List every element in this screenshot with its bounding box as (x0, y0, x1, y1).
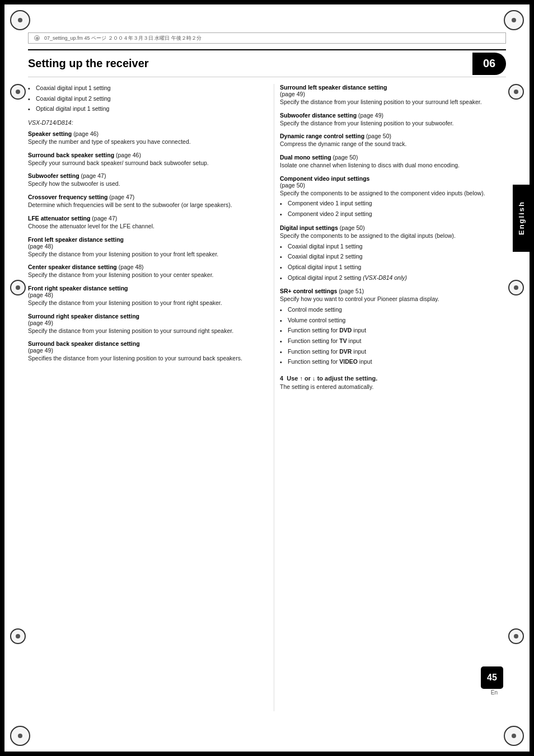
bullet-text: Optical digital input 1 setting (288, 263, 361, 272)
setting-page-ref: (page 47) (92, 215, 117, 222)
setting-desc: Choose the attenuator level for the LFE … (28, 222, 251, 231)
setting-entry-digital-input: Digital input settings (page 50) Specify… (280, 224, 503, 282)
setting-desc: Specify your surround back speaker/ surr… (28, 159, 251, 167)
corner-decoration-br (504, 726, 524, 746)
setting-title: Speaker setting (28, 130, 73, 137)
side-circle-right-3 (508, 628, 524, 644)
setting-entry-component-video: Component video input settings (page 50)… (280, 175, 503, 219)
bullet-text: Function setting for TV input (288, 337, 361, 346)
setting-desc: Specify the distance from your listening… (28, 250, 251, 259)
setting-page-ref: (page 50) (340, 224, 365, 231)
setting-desc: Determine which frequencies will be sent… (28, 201, 251, 209)
side-circle-right-1 (508, 84, 524, 100)
setting-entry-dynamic-range: Dynamic range control setting (page 50) … (280, 133, 503, 148)
list-item: • Function setting for TV input (280, 337, 503, 346)
setting-page-ref: (page 48) (28, 243, 53, 250)
vsx-label: VSX-D714/D814: (28, 119, 251, 126)
list-item: • Coaxial digital input 2 setting (280, 252, 503, 261)
bullet-icon: • (280, 263, 288, 272)
setting-entry-surround-right: Surround right speaker distance setting … (28, 313, 251, 335)
setting-desc: Specifies the distance from your listeni… (28, 354, 251, 363)
setting-page-ref: (page 49) (28, 320, 53, 326)
list-item: • Volume control setting (280, 316, 503, 325)
bullet-icon: • (28, 105, 36, 114)
setting-entry-lfe: LFE attenuator setting (page 47) Choose … (28, 215, 251, 231)
setting-page-ref: (page 49) (358, 112, 383, 119)
step-4-section: 4 Use ↑ or ↓ to adjust the setting. The … (280, 375, 503, 390)
bullet-text: Coaxial digital input 2 setting (288, 252, 363, 261)
setting-desc: Isolate one channel when listening to di… (280, 161, 503, 170)
side-circle-left-3 (10, 628, 26, 644)
list-item: • Coaxial digital input 2 setting (28, 95, 251, 104)
list-item: • Function setting for DVD input (280, 326, 503, 335)
list-item: • Optical digital input 1 setting (280, 263, 503, 272)
setting-entry-crossover: Crossover frequency setting (page 47) De… (28, 194, 251, 209)
bullet-text: Coaxial digital input 2 setting (36, 95, 111, 104)
bullet-icon: • (280, 316, 288, 325)
bullet-text: Function setting for DVD input (288, 326, 366, 335)
list-item: • Optical digital input 1 setting (28, 105, 251, 114)
page-header: Setting up the receiver 06 (28, 49, 506, 77)
bullet-icon: • (280, 274, 288, 283)
intro-bullet-list: • Coaxial digital input 1 setting • Coax… (28, 84, 251, 114)
setting-entry-speaker: Speaker setting (page 46) Specify the nu… (28, 130, 251, 146)
setting-page-ref: (page 49) (280, 91, 305, 97)
list-item: • Control mode setting (280, 306, 503, 314)
setting-page-ref: (page 51) (339, 288, 364, 294)
setting-page-ref: (page 46) (116, 152, 141, 158)
bullet-icon: • (280, 326, 288, 335)
setting-title: LFE attenuator setting (28, 215, 92, 222)
setting-title: SR+ control settings (280, 288, 339, 294)
setting-entry-front-left: Front left speaker distance setting (pag… (28, 236, 251, 259)
side-circle-left-2 (10, 280, 26, 295)
setting-title: Dynamic range control setting (280, 133, 366, 139)
bullet-icon: • (280, 252, 288, 261)
setting-entry-sr-plus: SR+ control settings (page 51) Specify h… (280, 288, 503, 367)
setting-title: Subwoofer setting (28, 172, 81, 179)
bullet-text: Coaxial digital input 1 setting (288, 242, 363, 251)
meta-line: ⊕ 07_setting_up.fm 45 ページ ２００４年３月３日 水曜日 … (28, 32, 506, 44)
setting-entry-surround-back-distance: Surround back speaker distance setting (… (28, 340, 251, 363)
setting-page-ref: (page 48) (119, 264, 144, 270)
list-item: • Function setting for DVR input (280, 348, 503, 356)
setting-title: Surround back speaker setting (28, 152, 116, 158)
setting-desc: Specify the distance from your listening… (280, 119, 503, 128)
setting-title: Surround back speaker distance setting (28, 340, 140, 347)
setting-entry-surround-left: Surround left speaker distance setting (… (280, 84, 503, 106)
setting-entry-front-right: Front right speaker distance setting (pa… (28, 285, 251, 307)
list-item: • Optical digital input 2 setting (VSX-D… (280, 274, 503, 283)
setting-page-ref: (page 50) (366, 133, 391, 139)
setting-entry-surround-back-speaker: Surround back speaker setting (page 46) … (28, 152, 251, 167)
sr-plus-bullet-list: • Control mode setting • Volume control … (280, 306, 503, 367)
english-badge: English (513, 185, 530, 252)
setting-title: Dual mono setting (280, 154, 333, 161)
bullet-icon: • (28, 84, 36, 93)
bullet-text: Optical digital input 1 setting (36, 105, 109, 114)
meta-arrow-icon: ⊕ (34, 35, 40, 41)
setting-title: Center speaker distance setting (28, 264, 119, 270)
setting-page-ref: (page 47) (109, 194, 134, 200)
setting-title: Crossover frequency setting (28, 194, 109, 200)
bullet-icon: • (280, 242, 288, 251)
setting-desc: Specify how you want to control your Pio… (280, 295, 503, 303)
setting-desc: Specify the distance from your listening… (28, 271, 251, 279)
bullet-text: Function setting for DVR input (288, 348, 366, 356)
step-4-text: 4 Use ↑ or ↓ to adjust the setting. (280, 375, 503, 382)
setting-title: Digital input settings (280, 224, 340, 231)
setting-desc: Specify the components to be assigned to… (280, 232, 503, 240)
bullet-text: Component video 1 input setting (288, 199, 372, 208)
list-item: • Component video 2 input setting (280, 210, 503, 219)
bullet-icon: • (280, 337, 288, 346)
bullet-text: Component video 2 input setting (288, 210, 372, 219)
setting-title: Front right speaker distance setting (28, 285, 128, 292)
setting-entry-dual-mono: Dual mono setting (page 50) Isolate one … (280, 154, 503, 170)
setting-entry-subwoofer-distance: Subwoofer distance setting (page 49) Spe… (280, 112, 503, 128)
setting-title: Front left speaker distance setting (28, 236, 124, 243)
bullet-icon: • (28, 95, 36, 104)
corner-decoration-tl (10, 10, 30, 30)
corner-decoration-tr (504, 10, 524, 30)
bullet-icon: • (280, 306, 288, 314)
digital-input-bullet-list: • Coaxial digital input 1 setting • Coax… (280, 242, 503, 283)
setting-page-ref: (page 50) (333, 154, 358, 161)
setting-page-ref: (page 46) (73, 130, 99, 137)
